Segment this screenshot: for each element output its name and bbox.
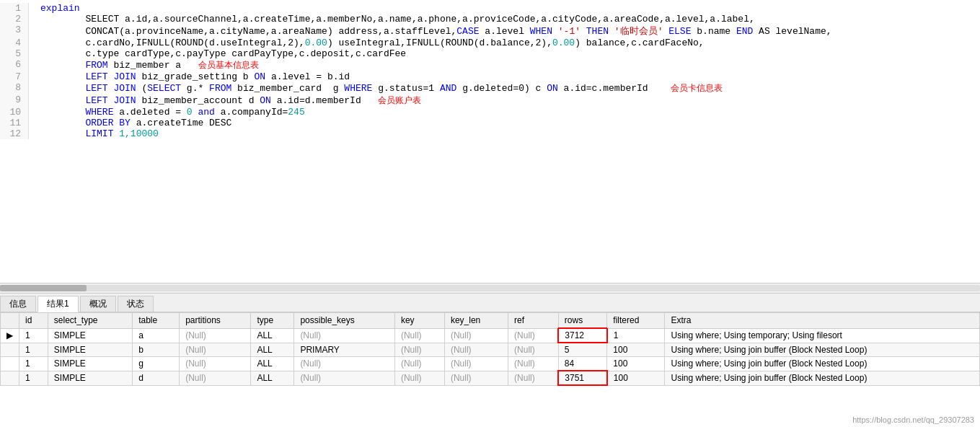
sql-text: ( [136,83,148,94]
table-row: 1SIMPLEd(Null)ALL(Null)(Null)(Null)(Null… [1,371,980,385]
sql-annotation: 会员基本信息表 [198,60,259,70]
line-number: 2 [0,14,29,25]
sql-keyword: LEFT JOIN [85,83,136,94]
sql-text: c.type cardType,c.payType cardPayType,c.… [40,48,406,59]
sql-text: biz_member_card g [231,83,344,94]
scroll-thumb[interactable] [0,285,87,291]
sql-text [40,83,85,94]
sql-number: 0.00 [305,38,327,48]
column-header-partitions: partitions [180,313,251,329]
sql-keyword: CASE [456,26,479,37]
cell-key_len: (Null) [444,328,508,343]
cell-table: b [133,343,180,357]
tab-概况[interactable]: 概况 [80,296,116,312]
line-content: LEFT JOIN biz_member_account d ON a.id=d… [29,94,980,107]
cell-ref: (Null) [508,328,559,343]
results-table: idselect_typetablepartitionstypepossible… [0,312,980,386]
line-number: 10 [0,107,29,118]
sql-text: g.deleted=0) c [456,83,547,94]
sql-keyword: and [198,107,214,118]
bottom-panel: 信息结果1概况状态 idselect_typetablepartitionsty… [0,294,980,427]
sql-text: a.deleted = [113,107,186,118]
results-container[interactable]: idselect_typetablepartitionstypepossible… [0,312,980,427]
line-content: LEFT JOIN (SELECT g.* FROM biz_member_ca… [29,82,980,94]
code-line: 3 CONCAT(a.provinceName,a.cityName,a.are… [0,25,980,38]
table-row: 1SIMPLEb(Null)ALLPRIMARY(Null)(Null)(Nul… [1,343,980,357]
sql-text: a.companyId= [215,107,288,118]
scroll-track [0,285,980,291]
cell-type: ALL [251,357,294,371]
sql-text: a.level = b.id [265,71,350,82]
sql-keyword: ON [260,95,271,106]
indicator-header [1,313,19,329]
sql-keyword: LIMIT [85,128,113,139]
code-line: 1explain [0,3,980,14]
line-content: LIMIT 1,10000 [29,128,980,139]
sql-text: ) useIntegral,IFNULL(ROUND(d.balance,2), [327,38,552,48]
cell-ref: (Null) [508,371,559,385]
sql-text: biz_grade_setting b [136,71,255,82]
column-header-filtered: filtered [607,313,665,329]
tabs-bar: 信息结果1概况状态 [0,294,980,312]
line-content: SELECT a.id,a.sourceChannel,a.createTime… [29,14,980,25]
code-line: 2 SELECT a.id,a.sourceChannel,a.createTi… [0,14,980,25]
code-line: 5 c.type cardType,c.payType cardPayType,… [0,48,980,59]
column-header-table: table [133,313,180,329]
sql-keyword: LEFT JOIN [85,71,136,82]
sql-number: 0 [187,107,193,118]
cell-extra: Using where; Using join buffer (Block Ne… [665,371,980,385]
line-content: c.type cardType,c.payType cardPayType,c.… [29,48,980,59]
line-number: 12 [0,128,29,139]
code-editor[interactable]: 1explain2 SELECT a.id,a.sourceChannel,a.… [0,0,980,283]
tab-状态[interactable]: 状态 [118,296,154,312]
tab-结果1[interactable]: 结果1 [37,296,79,312]
sql-text [40,107,85,118]
cell-filtered: 100 [607,357,665,371]
cell-partitions: (Null) [180,357,251,371]
cell-rows: 3712 [558,328,607,343]
sql-text: AS levelName, [753,26,831,37]
table-header-row: idselect_typetablepartitionstypepossible… [1,313,980,329]
cell-id: 1 [19,357,48,371]
line-content: LEFT JOIN biz_grade_setting b ON a.level… [29,71,980,82]
line-content: WHERE a.deleted = 0 and a.companyId=245 [29,107,980,118]
code-line: 11 ORDER BY a.createTime DESC [0,118,980,128]
row-indicator [1,371,19,385]
cell-type: ALL [251,328,294,343]
sql-keyword: explain [40,3,80,14]
line-number: 7 [0,71,29,82]
cell-filtered: 100 [607,343,665,357]
sql-text [40,95,85,106]
cell-select_type: SIMPLE [48,328,132,343]
line-content: CONCAT(a.provinceName,a.cityName,a.areaN… [29,25,980,38]
cell-ref: (Null) [508,343,559,357]
cell-extra: Using where; Using temporary; Using file… [665,328,980,343]
line-number: 11 [0,118,29,128]
code-line: 10 WHERE a.deleted = 0 and a.companyId=2… [0,107,980,118]
cell-possible_keys: PRIMARY [294,343,395,357]
sql-text: b.name [691,26,736,37]
column-header-rows: rows [558,313,607,329]
tab-信息[interactable]: 信息 [0,296,36,312]
sql-text [40,71,85,82]
code-line: 6 FROM biz_member a 会员基本信息表 [0,59,980,71]
cell-table: a [133,328,180,343]
line-number: 8 [0,82,29,94]
sql-text: biz_member_account d [136,95,260,106]
sql-number: 0.00 [552,38,575,48]
cell-key: (Null) [394,371,444,385]
sql-keyword: WHERE [344,83,372,94]
column-header-Extra: Extra [665,313,980,329]
sql-keyword: ORDER BY [85,118,130,128]
sql-text: c.cardNo,IFNULL(ROUND(d.useIntegral,2), [40,38,305,48]
sql-text: SELECT a.id,a.sourceChannel,a.createTime… [40,14,755,25]
code-line: 7 LEFT JOIN biz_grade_setting b ON a.lev… [0,71,980,82]
cell-possible_keys: (Null) [294,371,395,385]
cell-id: 1 [19,371,48,385]
sql-text [581,26,586,37]
sql-text: g.* [181,83,209,94]
sql-text [40,118,85,128]
horizontal-scrollbar[interactable] [0,283,980,294]
code-content: 1explain2 SELECT a.id,a.sourceChannel,a.… [0,3,980,139]
cell-key_len: (Null) [444,357,508,371]
